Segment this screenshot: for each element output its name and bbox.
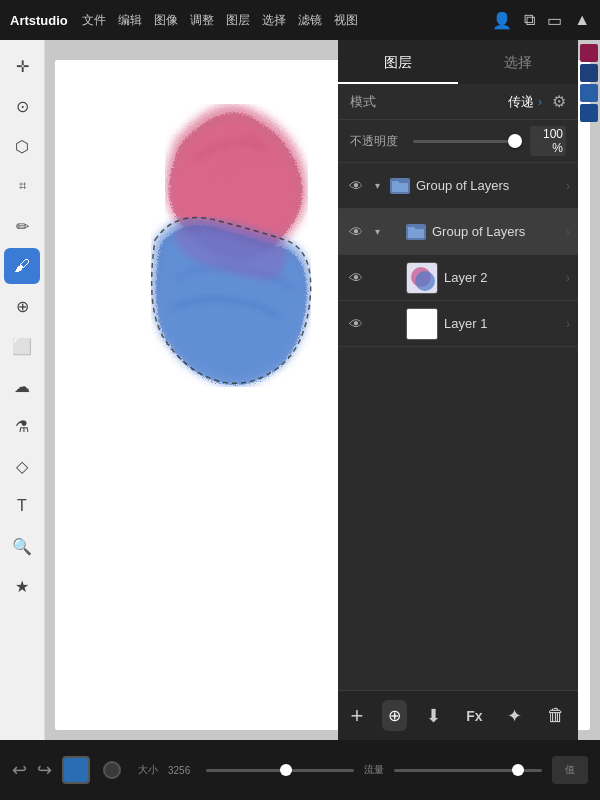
layer-name-group1: Group of Layers bbox=[416, 178, 566, 193]
menu-icon-person[interactable]: 👤 bbox=[492, 11, 512, 30]
layer-chevron-group2: › bbox=[566, 225, 570, 239]
mode-row: 模式 传递 › ⚙ bbox=[338, 84, 578, 120]
panel-bottom-toolbar: + ⊕ ⬇ Fx ✦ 🗑 bbox=[338, 690, 578, 740]
mode-value: 传递 bbox=[508, 93, 534, 111]
tool-eyedropper[interactable]: ⚗ bbox=[4, 408, 40, 444]
tool-zoom[interactable]: 🔍 bbox=[4, 528, 40, 564]
opacity-row: 不透明度 100 % bbox=[338, 120, 578, 163]
menu-bar: Artstudio 文件 编辑 图像 调整 图层 选择 滤镜 视图 👤 ⧉ ▭ … bbox=[0, 0, 600, 40]
menu-edit[interactable]: 编辑 bbox=[118, 12, 142, 29]
right-swatches bbox=[578, 40, 600, 740]
opacity-value: 100 % bbox=[530, 126, 566, 156]
size-slider[interactable] bbox=[206, 769, 354, 772]
layer-chevron-layer1: › bbox=[566, 317, 570, 331]
layer-row-group1[interactable]: 👁 ▾ Group of Layers › bbox=[338, 163, 578, 209]
mode-arrow[interactable]: › bbox=[538, 95, 542, 109]
layer1-thumb bbox=[406, 308, 438, 340]
tool-pencil[interactable]: ✏ bbox=[4, 208, 40, 244]
menu-view[interactable]: 视图 bbox=[334, 12, 358, 29]
swatch-3[interactable] bbox=[580, 84, 598, 102]
layer-row-layer2[interactable]: 👁 Layer 2 › bbox=[338, 255, 578, 301]
canvas-artwork bbox=[95, 80, 375, 420]
tool-star[interactable]: ★ bbox=[4, 568, 40, 604]
menu-layer[interactable]: 图层 bbox=[226, 12, 250, 29]
panel-tabs: 图层 选择 bbox=[338, 40, 578, 84]
settings-icon[interactable]: ⚙ bbox=[552, 92, 566, 111]
svg-rect-3 bbox=[408, 227, 415, 231]
redo-button[interactable]: ↪ bbox=[37, 759, 52, 781]
svg-point-6 bbox=[415, 271, 435, 291]
layer-row-layer1[interactable]: 👁 Layer 1 › bbox=[338, 301, 578, 347]
bottom-bar: ↩ ↪ 大小 3256 流量 值 bbox=[0, 740, 600, 800]
delete-layer-button[interactable]: 🗑 bbox=[541, 699, 571, 732]
size-label: 大小 bbox=[138, 763, 158, 777]
menu-filter[interactable]: 滤镜 bbox=[298, 12, 322, 29]
svg-rect-7 bbox=[407, 309, 438, 340]
tool-lasso[interactable]: ⊙ bbox=[4, 88, 40, 124]
menu-items: 文件 编辑 图像 调整 图层 选择 滤镜 视图 bbox=[82, 12, 358, 29]
layer-name-layer2: Layer 2 bbox=[444, 270, 566, 285]
layer-chevron-layer2: › bbox=[566, 271, 570, 285]
current-color-swatch[interactable] bbox=[62, 756, 90, 784]
opacity-slider[interactable] bbox=[413, 140, 522, 143]
folder-icon-group2 bbox=[406, 224, 426, 240]
layer-name-layer1: Layer 1 bbox=[444, 316, 566, 331]
eye-icon-layer1[interactable]: 👁 bbox=[346, 316, 366, 332]
layers-list: 👁 ▾ Group of Layers › 👁 ▾ Group bbox=[338, 163, 578, 690]
mode-label: 模式 bbox=[350, 93, 508, 111]
brush-icon bbox=[100, 758, 124, 782]
adjustments-button[interactable]: ✦ bbox=[501, 699, 528, 733]
opacity-label: 不透明度 bbox=[350, 133, 405, 150]
tab-select[interactable]: 选择 bbox=[458, 54, 578, 84]
tool-eraser[interactable]: ⬜ bbox=[4, 328, 40, 364]
layer-chevron-group1: › bbox=[566, 179, 570, 193]
menu-adjust[interactable]: 调整 bbox=[190, 12, 214, 29]
fx-button[interactable]: Fx bbox=[460, 702, 488, 730]
menu-icon-expand[interactable]: ▲ bbox=[574, 11, 590, 29]
menu-icon-layers[interactable]: ⧉ bbox=[524, 11, 535, 29]
svg-point-9 bbox=[105, 763, 119, 777]
flow-slider[interactable] bbox=[394, 769, 542, 772]
tool-fill[interactable]: ◇ bbox=[4, 448, 40, 484]
add-group-button[interactable]: ⊕ bbox=[382, 700, 407, 731]
add-layer-button[interactable]: + bbox=[344, 697, 369, 735]
tool-move[interactable]: ✛ bbox=[4, 48, 40, 84]
swatch-1[interactable] bbox=[580, 44, 598, 62]
tool-transform[interactable]: ⬡ bbox=[4, 128, 40, 164]
menu-select[interactable]: 选择 bbox=[262, 12, 286, 29]
swatch-4[interactable] bbox=[580, 104, 598, 122]
tool-stamp[interactable]: ⊕ bbox=[4, 288, 40, 324]
tool-brush[interactable]: 🖌 bbox=[4, 248, 40, 284]
opacity-thumb bbox=[508, 134, 522, 148]
menu-image[interactable]: 图像 bbox=[154, 12, 178, 29]
menu-file[interactable]: 文件 bbox=[82, 12, 106, 29]
duplicate-layer-button[interactable]: ⬇ bbox=[420, 699, 447, 733]
flow-label: 流量 bbox=[364, 763, 384, 777]
tool-crop[interactable]: ⌗ bbox=[4, 168, 40, 204]
watermark-icon: 值 bbox=[552, 756, 588, 784]
folder-icon-group1 bbox=[390, 178, 410, 194]
undo-button[interactable]: ↩ bbox=[12, 759, 27, 781]
layer-row-group2[interactable]: 👁 ▾ Group of Layers › bbox=[338, 209, 578, 255]
eye-icon-group1[interactable]: 👁 bbox=[346, 178, 366, 194]
app-logo: Artstudio bbox=[10, 13, 68, 28]
expand-icon-group2[interactable]: ▾ bbox=[370, 226, 384, 237]
swatch-2[interactable] bbox=[580, 64, 598, 82]
tab-layers[interactable]: 图层 bbox=[338, 54, 458, 84]
expand-icon-group1[interactable]: ▾ bbox=[370, 180, 384, 191]
layer-name-group2: Group of Layers bbox=[432, 224, 566, 239]
menu-icon-window[interactable]: ▭ bbox=[547, 11, 562, 30]
size-slider-thumb bbox=[280, 764, 292, 776]
layers-panel: 图层 选择 模式 传递 › ⚙ 不透明度 100 % 👁 ▾ Group of … bbox=[338, 40, 578, 740]
brush-size-value: 3256 bbox=[168, 765, 196, 776]
menu-right-icons: 👤 ⧉ ▭ ▲ bbox=[492, 11, 590, 30]
flow-slider-thumb bbox=[512, 764, 524, 776]
left-toolbar: ✛ ⊙ ⬡ ⌗ ✏ 🖌 ⊕ ⬜ ☁ ⚗ ◇ T 🔍 ★ bbox=[0, 40, 45, 740]
layer2-thumb bbox=[406, 262, 438, 294]
svg-rect-1 bbox=[392, 181, 399, 185]
eye-icon-layer2[interactable]: 👁 bbox=[346, 270, 366, 286]
tool-smudge[interactable]: ☁ bbox=[4, 368, 40, 404]
tool-text[interactable]: T bbox=[4, 488, 40, 524]
eye-icon-group2[interactable]: 👁 bbox=[346, 224, 366, 240]
